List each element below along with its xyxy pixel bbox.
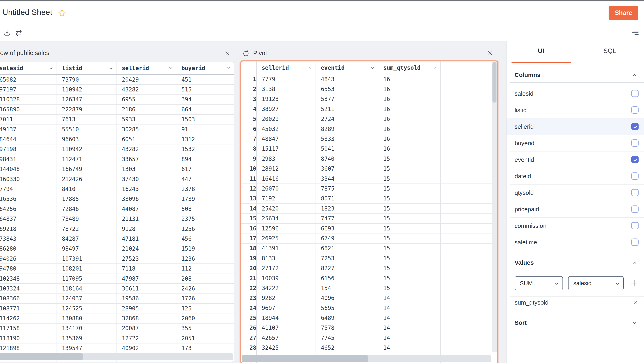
cell[interactable]: 165890	[0, 105, 56, 114]
chevron-up-icon[interactable]	[632, 260, 637, 266]
favorite-star-icon[interactable]	[58, 9, 66, 18]
cell[interactable]: 5211	[316, 104, 378, 114]
cell[interactable]: 6749	[316, 233, 378, 243]
cell[interactable]: 27172	[256, 263, 316, 273]
column-checkbox-eventid[interactable]	[631, 156, 638, 163]
cell[interactable]: 40902	[116, 343, 176, 353]
cell[interactable]: 3138	[256, 84, 316, 94]
cell[interactable]: 16536	[0, 194, 56, 204]
cell[interactable]: 38927	[256, 104, 316, 114]
cell[interactable]: 21024	[116, 244, 176, 254]
cell[interactable]: 15	[378, 164, 440, 174]
cell[interactable]: 134170	[56, 323, 116, 333]
cell[interactable]: 1823	[316, 204, 378, 214]
chevron-up-icon[interactable]	[632, 72, 637, 78]
cell[interactable]: 2378	[176, 184, 234, 194]
cell[interactable]: 130880	[56, 313, 116, 323]
cell[interactable]: 7011	[0, 114, 56, 124]
cell[interactable]: 2724	[316, 114, 378, 124]
table-row[interactable]: 249697569514	[241, 303, 495, 313]
cell[interactable]: 7578	[316, 323, 378, 333]
cell[interactable]: 166749	[56, 164, 116, 174]
cell[interactable]: 1532	[176, 144, 234, 154]
cell[interactable]: 19586	[116, 293, 176, 303]
cell[interactable]: 7745	[316, 333, 378, 343]
table-row[interactable]: 2641107757814	[241, 323, 495, 333]
table-row[interactable]: 2518944648914	[241, 313, 495, 323]
cell[interactable]: 144048	[0, 164, 56, 174]
cell[interactable]: 6156	[316, 273, 378, 283]
cell[interactable]: 1519	[176, 244, 234, 254]
table-row[interactable]: 10877112452528905125	[0, 303, 234, 313]
cell[interactable]: 2060	[176, 313, 234, 323]
tab-ui[interactable]: UI	[506, 41, 575, 61]
cell[interactable]: 25420	[256, 204, 316, 214]
cell[interactable]: 20029	[256, 114, 316, 124]
cell[interactable]: 32425	[256, 343, 316, 353]
cell[interactable]: 98497	[56, 244, 116, 254]
cell[interactable]: 16	[378, 114, 440, 124]
table-row[interactable]: 2027172822715	[241, 263, 495, 273]
cell[interactable]: 44087	[116, 204, 176, 214]
cell[interactable]: 15	[378, 184, 440, 194]
cell[interactable]: 25634	[256, 214, 316, 223]
table-row[interactable]: 748847533316	[241, 134, 495, 144]
cell[interactable]: 84644	[0, 134, 56, 144]
cell[interactable]: 110942	[56, 85, 116, 95]
cell[interactable]: 108366	[0, 293, 56, 303]
tab-sql[interactable]: SQL	[575, 41, 644, 61]
cell[interactable]: 15	[378, 263, 440, 273]
table-row[interactable]: 23138655316	[241, 84, 495, 94]
cell[interactable]: 139547	[56, 343, 116, 353]
cell[interactable]: 118190	[0, 333, 56, 343]
table-row[interactable]: 94026107391275231236	[0, 254, 234, 264]
cell[interactable]: 8740	[316, 154, 378, 164]
table-row[interactable]: 6483773489211312375	[0, 214, 234, 224]
table-row[interactable]: 1658902228792186664	[0, 105, 234, 114]
cell[interactable]: 14	[378, 333, 440, 343]
column-header-listid[interactable]: listid	[56, 62, 116, 75]
cell[interactable]: 5333	[316, 134, 378, 144]
cell[interactable]: 6051	[116, 134, 176, 144]
table-row[interactable]: 645032828916	[241, 124, 495, 134]
cell[interactable]: 117158	[0, 323, 56, 333]
table-row[interactable]: 49137555103028591	[0, 124, 234, 134]
cell[interactable]: 10039	[256, 273, 316, 283]
cell[interactable]: 103324	[0, 284, 56, 293]
cell[interactable]: 86280	[0, 244, 56, 254]
swap-arrows-icon[interactable]	[15, 29, 22, 37]
cell[interactable]: 97197	[0, 85, 56, 95]
cell[interactable]: 126347	[56, 95, 116, 104]
cell[interactable]: 98431	[0, 154, 56, 164]
scrollbar-thumb[interactable]	[492, 62, 496, 103]
cell[interactable]: 15	[378, 233, 440, 243]
menu-lines-icon[interactable]	[632, 30, 639, 37]
cell[interactable]: 14	[378, 313, 440, 323]
vertical-scrollbar[interactable]	[492, 62, 497, 352]
cell[interactable]: 451	[176, 75, 234, 85]
cell[interactable]: 18944	[256, 313, 316, 323]
cell[interactable]: 96603	[56, 134, 116, 144]
cell[interactable]: 8071	[316, 194, 378, 203]
cell[interactable]: 97198	[0, 144, 56, 154]
cell[interactable]: 26925	[256, 233, 316, 243]
table-row[interactable]: 10234811709547987208	[0, 273, 234, 283]
table-row[interactable]: 16033021242637430447	[0, 174, 234, 184]
cell[interactable]: 14	[378, 343, 440, 353]
cell[interactable]: 15	[378, 273, 440, 283]
sidebar-column-row-sellerid[interactable]: sellerid	[506, 118, 644, 135]
cell[interactable]: 5041	[316, 144, 378, 154]
cell[interactable]: 72846	[56, 204, 116, 214]
cell[interactable]: 108201	[56, 264, 116, 273]
cell[interactable]: 15	[378, 243, 440, 253]
table-row[interactable]: 642567284644087508	[0, 204, 234, 214]
cell[interactable]: 21131	[116, 214, 176, 224]
column-header-buyerid[interactable]: buyerid	[176, 62, 234, 75]
cell[interactable]: 14	[378, 323, 440, 333]
cell[interactable]: 17885	[56, 194, 116, 204]
cell[interactable]: 43282	[116, 85, 176, 95]
cell[interactable]: 14	[378, 293, 440, 303]
horizontal-scrollbar[interactable]	[0, 353, 233, 360]
cell[interactable]: 26070	[256, 184, 316, 194]
table-row[interactable]: 2832425465214	[241, 343, 495, 353]
